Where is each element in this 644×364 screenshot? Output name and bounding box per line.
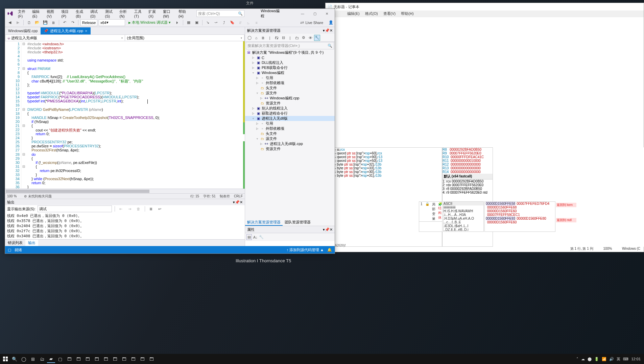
notepad-menu-help[interactable]: 帮助(H) [398,10,416,17]
vs-output-source-dropdown[interactable]: 调试 [38,205,112,212]
tray-dot-icon[interactable]: ⬤ [588,357,592,361]
app-icon-4[interactable]: 🗔 [93,355,101,363]
app-icon-7[interactable]: 🗔 [120,355,128,363]
app-icon-9[interactable]: 🗔 [138,355,146,363]
vs-editor-hscroll[interactable] [5,189,245,193]
wrench-icon[interactable]: 🔧 [314,35,320,41]
close-tab-icon[interactable]: ✕ [85,29,88,33]
vs-menu-8[interactable]: 工具(T) [132,8,146,20]
ime-indicator[interactable]: 英 [617,357,620,362]
tree-node[interactable]: ▿▣Windows编程 [245,70,335,75]
output-next-icon[interactable]: ⇥ [126,205,133,212]
vs-issues-indicator[interactable]: ⊘ 未找到相关问题 [24,194,52,199]
properties-icon[interactable]: ⚙ [301,35,307,41]
preview-icon[interactable]: 👁 [307,35,313,41]
vs-bottom-toolwindows[interactable]: 错误列表 输出 [5,239,245,246]
system-tray[interactable]: ˄ ☁ ⬤ 🔋 📶 🔊 英 ⌨ 12:01 [576,357,643,362]
output-prev-icon[interactable]: ⇤ [118,205,124,212]
output-toggle-icon[interactable]: ↩ [157,205,163,212]
vs-solution-search[interactable]: 搜索解决方案资源管理器(Ctrl+;)🔍 [246,42,334,49]
start-button[interactable] [1,355,9,363]
app-icon-3[interactable]: 🗔 [84,355,92,363]
vs-config-dropdown[interactable]: Release [80,19,97,26]
home-icon[interactable]: ◯ [246,35,253,41]
app-icon-10[interactable]: 🗔 [147,355,156,363]
vs-solution-tree[interactable]: 🏛 解决方案 "Windows编程"(9 个项目, 共 9 个)▷▣C▷▣DLL… [245,49,335,219]
vs-code-editor[interactable]: 1234567891011121314151617181920212223242… [5,41,245,189]
tray-network-icon[interactable]: 📶 [602,357,606,361]
comment-icon[interactable]: // [237,19,244,26]
bookmark-icon[interactable]: 🔖 [229,19,236,26]
tray-volume-icon[interactable]: 🔊 [609,357,614,361]
notepad-menu-view[interactable]: 查看(V) [381,10,399,17]
tree-node[interactable]: ▿🗀源文件 [245,91,335,96]
tray-keyboard-icon[interactable]: ⌨ [623,357,628,361]
refresh-icon[interactable]: 🗘 [273,35,280,41]
vs-navigation-bar[interactable]: ⬙进程注入无dll版▾ (全局范围)▾ [5,34,245,41]
vs-nav-scope-right[interactable]: (全局范围)▾ [125,35,245,41]
show-all-icon[interactable]: ▣ [193,19,200,26]
liveshare-icon[interactable]: ⮂ [300,21,304,25]
vs-status-notification-icon[interactable]: 🔔 [327,248,332,252]
new-project-icon[interactable]: 🗋 [26,19,32,26]
notepad-menu-format[interactable]: 格式(O) [362,10,381,17]
tree-node[interactable]: ▷++Windows编程.cpp [245,96,335,101]
vs-menu-6[interactable]: 测试(S) [103,8,118,20]
tree-node[interactable]: ▿▣进程注入无dll版 [245,116,335,121]
vs-output-text[interactable]: 线程 0x4e0 已退出，返回值为 0 (0x0)。 线程 0x3578 已退出… [5,213,245,239]
clock[interactable]: 12:01 [631,357,641,361]
vs-output-toolbar[interactable]: 显示输出来源(S): 调试 ⇤ ⇥ 🗑 ≣ ↩ [5,205,245,213]
tree-node[interactable]: ▷++进程注入无dll版.cpp [245,141,335,146]
collapse-icon[interactable]: ⊟ [280,35,286,41]
notepad-menu-edit[interactable]: 编辑(E) [344,10,362,17]
format-icon[interactable]: ≡ [253,19,260,26]
vs-properties-header[interactable]: 属性 ▾ 📌 ✕ [245,226,335,233]
debugger-tab-1[interactable]: 1 [419,202,424,221]
alpha-sort-icon[interactable]: A↓ [253,235,258,239]
notepad-menubar[interactable]: 文件(F) 编辑(E) 格式(O) 查看(V) 帮助(H) [326,10,644,17]
vs-task-icon[interactable]: ▰ [47,355,55,363]
vs-search-box[interactable]: 搜索 (Ctrl+Q)🔍 [196,10,244,17]
toggle-header-icon[interactable]: ▦ [185,19,192,26]
account-icon[interactable]: 👤 [329,20,333,25]
nav-back-icon[interactable]: ◀ [6,19,13,26]
cortana-icon[interactable]: ◯ [20,355,28,363]
app-icon-2[interactable]: 🗔 [74,355,82,363]
close-icon[interactable]: ✕ [330,227,333,232]
vs-max-button[interactable]: ▢ [309,10,320,17]
tree-node[interactable]: ▷▣PEB获取命令行 [245,65,335,70]
windows-taskbar[interactable]: 🔍 ◯ ⊞ 🗂 ▰ ▢ 🗔 🗔 🗔 🗔 🗔 🗔 🗔 🗔 🗔 🗔 ˄ ☁ ⬤ 🔋 … [0,354,644,364]
output-clear-icon[interactable]: 🗑 [135,205,142,212]
debugger-tab-struct[interactable]: 🧩结构体 [437,202,444,221]
vs-menu-0[interactable]: 文件(F) [16,8,30,20]
vs-document-tabs[interactable]: Windows编程.cpp📌进程注入无dll版.cpp✕ [5,27,245,34]
vs-fold-margin[interactable]: ⊟⊟⊟⊟⊟⊟ [21,41,26,189]
vs-nav-scope-left[interactable]: ⬙进程注入无dll版▾ [5,35,125,41]
save-all-icon[interactable]: 🗎 [50,19,57,26]
notepad-titlebar[interactable]: 📄 无标题 - 记事本 [326,3,644,10]
pin-icon[interactable]: 📌 [325,28,330,33]
tree-node[interactable]: 🗀资源文件 [245,101,335,106]
vs-titlebar[interactable]: 文件(F)编辑(E)视图(V)项目(P)生成(B)调试(D)测试(S)分析(N)… [5,9,335,18]
debugger-ascii-dump[interactable]: ASCIIiiiiiiiiiiiiiiiiH.\S.H.t$.WAVAWH.i.… [443,201,484,232]
undo-icon[interactable]: ↶ [61,19,68,26]
redo-icon[interactable]: ↷ [69,19,76,26]
step-out-icon[interactable]: ⤴ [221,19,228,26]
vs-menu-4[interactable]: 生成(B) [74,8,88,20]
search-icon[interactable]: 🔍 [10,355,19,363]
vs-start-debug-button[interactable]: 本地 Windows 调试器 ▾ [126,20,173,25]
vs-menu-5[interactable]: 调试(D) [88,8,103,20]
tray-cloud-icon[interactable]: ☁ [581,357,585,361]
vs-menu-7[interactable]: 分析(N) [117,8,132,20]
output-wrap-icon[interactable]: ≣ [148,205,154,212]
tree-node[interactable]: ▷▫外部依赖项 [245,80,335,86]
vs-toolbar[interactable]: ◀ ▶ 🗋 📂 💾 🗎 ↶ ↷ Release x64 ▾ 本地 Windows… [5,18,335,27]
close-icon[interactable]: ✕ [240,200,243,204]
vs-platform-dropdown[interactable]: x64 ▾ [99,19,125,26]
step-into-icon[interactable]: ↘ [205,19,211,26]
vs-menu-9[interactable]: 扩展(X) [146,8,161,20]
tray-overflow-icon[interactable]: ˄ [576,357,578,361]
doc-tab-1[interactable]: 📌进程注入无dll版.cpp✕ [41,27,91,34]
vs-properties-toolbar[interactable]: ▤ A↓ 🔧 [245,233,335,241]
explorer-icon[interactable]: 🗂 [38,355,46,363]
